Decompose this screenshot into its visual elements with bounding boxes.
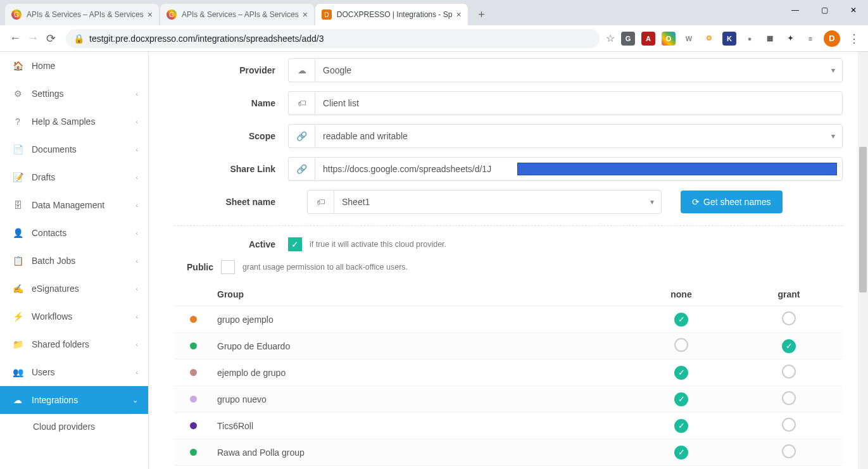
group-name: Grupo de Eduardo xyxy=(212,333,627,360)
sidebar-item-workflows[interactable]: ⚡Workflows‹ xyxy=(0,303,148,330)
table-row: New group xyxy=(174,466,843,470)
browser-tab-active[interactable]: D DOCXPRESSO | Integrations - Sp × xyxy=(315,4,468,25)
chevron-icon: ‹ xyxy=(135,285,138,292)
browser-menu-button[interactable]: ⋮ xyxy=(846,32,862,46)
name-input[interactable] xyxy=(315,91,843,115)
group-color-dot xyxy=(190,422,197,429)
chevron-icon: ‹ xyxy=(135,257,138,265)
chevron-icon: ‹ xyxy=(135,90,138,97)
tag-icon: 🏷 xyxy=(307,190,334,214)
extension-icon[interactable]: ≡ xyxy=(803,32,817,46)
sidebar-subitem-cloud-providers[interactable]: Cloud providers xyxy=(0,414,148,439)
tab-strip: G APIs & Services – APIs & Services × G … xyxy=(0,0,868,25)
sidebar-icon: 📁 xyxy=(11,339,24,349)
sidebar-item-drafts[interactable]: 📝Drafts‹ xyxy=(0,163,148,191)
sidebar-label: Contacts xyxy=(32,228,66,238)
sidebar-item-documents[interactable]: 📄Documents‹ xyxy=(0,135,148,163)
radio-grant[interactable] xyxy=(782,391,796,405)
tag-icon: 🏷 xyxy=(288,91,315,115)
back-button[interactable]: ← xyxy=(6,30,24,47)
provider-label: Provider xyxy=(174,65,288,75)
close-window-button[interactable]: ✕ xyxy=(839,0,868,20)
profile-avatar[interactable]: D xyxy=(824,30,840,47)
extension-icon[interactable]: ⚙ xyxy=(702,32,716,46)
tab-title: APIs & Services – APIs & Services xyxy=(27,10,144,19)
browser-tab[interactable]: G APIs & Services – APIs & Services × xyxy=(5,4,159,25)
sidebar-label: Workflows xyxy=(32,311,72,322)
radio-grant[interactable] xyxy=(782,311,796,325)
forward-button[interactable]: → xyxy=(24,30,42,47)
bookmark-star-icon[interactable]: ☆ xyxy=(606,32,615,44)
tab-title: DOCXPRESSO | Integrations - Sp xyxy=(337,10,453,19)
scrollbar-thumb[interactable] xyxy=(859,147,867,292)
radio-none[interactable] xyxy=(674,366,688,380)
sidebar-item-help-samples[interactable]: ?Help & Samples‹ xyxy=(0,108,148,135)
close-icon[interactable]: × xyxy=(303,9,308,20)
scrollbar-track[interactable] xyxy=(858,52,868,469)
extension-icons: G A O W ⚙ K ● ▦ ✦ ≡ D ⋮ xyxy=(621,30,862,47)
chevron-icon: ⌄ xyxy=(132,396,138,404)
sidebar-item-esignatures[interactable]: ✍eSignatures‹ xyxy=(0,275,148,303)
sidebar-icon: 🏠 xyxy=(11,61,24,71)
public-checkbox[interactable] xyxy=(221,260,235,274)
sheetname-select[interactable]: Sheet1 xyxy=(334,190,662,214)
radio-none[interactable] xyxy=(674,419,688,433)
radio-grant[interactable] xyxy=(782,365,796,378)
scope-select[interactable]: readable and writable xyxy=(315,124,843,148)
reload-button[interactable]: ⟳ xyxy=(42,30,60,47)
extension-icon[interactable]: ▦ xyxy=(763,32,777,46)
tab-title: APIs & Services – APIs & Services xyxy=(182,10,299,19)
provider-select[interactable]: Google xyxy=(315,58,843,82)
group-color-dot xyxy=(190,342,197,349)
radio-grant[interactable] xyxy=(782,339,796,353)
extension-icon[interactable]: ● xyxy=(743,32,757,46)
col-grant: grant xyxy=(735,283,843,306)
sidebar-item-shared-folders[interactable]: 📁Shared folders‹ xyxy=(0,330,148,358)
sidebar-icon: 👤 xyxy=(11,228,24,238)
radio-none[interactable] xyxy=(674,446,688,460)
sidebar-icon: 📄 xyxy=(11,144,24,154)
active-label: Active xyxy=(174,239,288,249)
sidebar-item-data-management[interactable]: 🗄Data Management‹ xyxy=(0,191,148,219)
sidebar-item-settings[interactable]: ⚙Settings‹ xyxy=(0,80,148,108)
sidebar-item-integrations[interactable]: ☁Integrations⌄ xyxy=(0,386,148,414)
divider xyxy=(174,225,843,226)
new-tab-button[interactable]: + xyxy=(473,6,491,23)
radio-grant[interactable] xyxy=(782,418,796,432)
sidebar-icon: ? xyxy=(11,116,24,127)
address-bar[interactable]: 🔒 testgit.pre.docxpresso.com/integration… xyxy=(66,29,600,48)
sidebar-item-contacts[interactable]: 👤Contacts‹ xyxy=(0,219,148,247)
browser-tab[interactable]: G APIs & Services – APIs & Services × xyxy=(160,4,314,25)
extension-icon[interactable]: ✦ xyxy=(783,32,797,46)
get-sheet-names-button[interactable]: ⟳ Get sheet names xyxy=(681,191,783,213)
radio-none[interactable] xyxy=(674,392,688,406)
sidebar-item-home[interactable]: 🏠Home xyxy=(0,52,148,80)
selection-mask xyxy=(517,163,837,175)
sidebar-label: Users xyxy=(32,367,55,377)
extension-icon[interactable]: O xyxy=(662,32,676,46)
group-name: ejemplo de grupo xyxy=(212,360,627,386)
group-name: Tics6Roll xyxy=(212,413,627,439)
active-checkbox[interactable]: ✓ xyxy=(288,237,302,251)
lock-icon: 🔒 xyxy=(73,34,84,44)
close-icon[interactable]: × xyxy=(456,9,461,20)
browser-chrome: G APIs & Services – APIs & Services × G … xyxy=(0,0,868,52)
extension-icon[interactable]: W xyxy=(682,32,696,46)
close-icon[interactable]: × xyxy=(148,9,153,20)
sidebar-item-users[interactable]: 👥Users‹ xyxy=(0,358,148,386)
maximize-button[interactable]: ▢ xyxy=(810,0,839,20)
permissions-table: Group none grant grupo ejemplo Grupo de … xyxy=(174,283,843,469)
refresh-icon: ⟳ xyxy=(692,197,700,207)
extension-icon[interactable]: G xyxy=(621,32,635,46)
group-color-dot xyxy=(190,396,197,403)
radio-grant[interactable] xyxy=(782,444,796,458)
radio-none[interactable] xyxy=(674,338,688,352)
favicon-google: G xyxy=(167,9,177,20)
extension-icon[interactable]: A xyxy=(641,32,655,46)
sidebar-label: Home xyxy=(32,61,55,71)
extension-icon[interactable]: K xyxy=(722,32,736,46)
sidebar-item-batch-jobs[interactable]: 📋Batch Jobs‹ xyxy=(0,247,148,275)
public-hint: grant usage permission to all back-offic… xyxy=(242,263,408,272)
radio-none[interactable] xyxy=(674,313,688,327)
minimize-button[interactable]: — xyxy=(781,0,810,20)
